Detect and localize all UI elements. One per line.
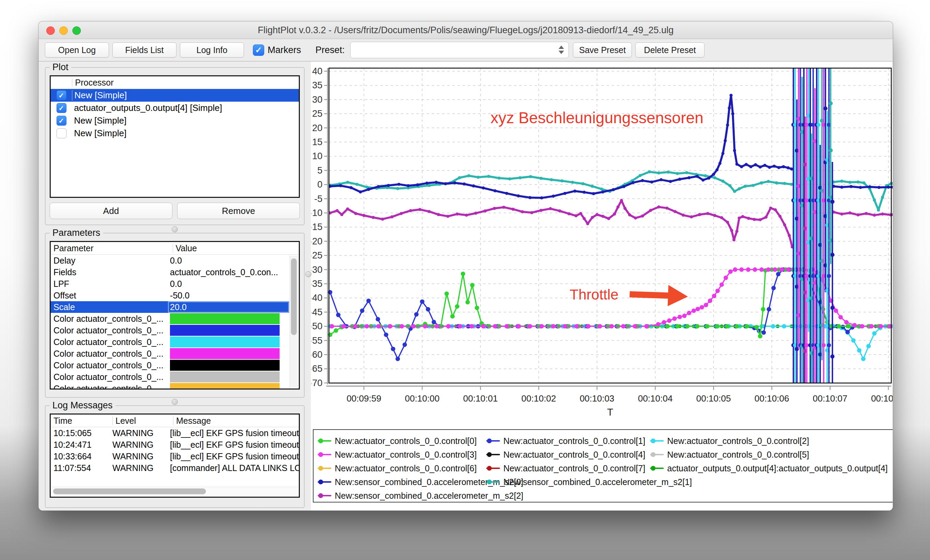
- vertical-splitter[interactable]: [306, 61, 311, 511]
- parameter-value[interactable]: -50.0: [168, 290, 289, 301]
- y-tick-label: -30: [311, 265, 322, 275]
- data-point: [591, 216, 594, 219]
- legend-marker-icon: [318, 468, 331, 469]
- preset-combobox[interactable]: [350, 42, 569, 58]
- data-point: [713, 176, 716, 180]
- color-swatch[interactable]: [170, 325, 280, 336]
- level-column-header[interactable]: Level: [112, 416, 173, 425]
- message-column-header[interactable]: Message: [173, 416, 299, 425]
- color-swatch[interactable]: [170, 313, 280, 324]
- parameter-row[interactable]: Fieldsactuator_controls_0_0.con...: [51, 266, 289, 278]
- data-point: [530, 211, 533, 214]
- parameter-value[interactable]: [168, 371, 289, 383]
- parameters-table[interactable]: Parameter Value Delay0.0Fieldsactuator_c…: [50, 241, 300, 390]
- data-point: [586, 324, 590, 328]
- data-point: [644, 324, 649, 328]
- legend-label: New:actuator_controls_0_0.control[3]: [335, 450, 477, 460]
- parameter-row[interactable]: Color actuator_controls_0_...: [51, 336, 289, 348]
- data-point: [400, 324, 404, 328]
- data-point: [724, 276, 728, 280]
- parameters-scrollbar-thumb[interactable]: [291, 258, 297, 335]
- splitter-handle-icon[interactable]: [305, 271, 311, 277]
- parameter-value[interactable]: [168, 348, 289, 359]
- processor-column-header[interactable]: Processor: [72, 78, 299, 87]
- color-swatch[interactable]: [170, 360, 280, 371]
- parameter-value[interactable]: 0.0: [168, 278, 289, 290]
- splitter-handle-icon[interactable]: [172, 226, 178, 232]
- log-horizontal-scrollbar[interactable]: [51, 487, 298, 496]
- parameter-column-header[interactable]: Parameter: [51, 244, 173, 253]
- open-log-button[interactable]: Open Log: [45, 43, 109, 57]
- processor-table[interactable]: Processor ✓New [Simple]✓actuator_outputs…: [50, 75, 300, 198]
- minimize-window-button[interactable]: [59, 26, 68, 35]
- data-point: [359, 190, 362, 193]
- row-checkbox-checked[interactable]: ✓: [57, 103, 66, 113]
- parameter-name: Delay: [51, 256, 168, 265]
- parameter-value[interactable]: [168, 359, 289, 371]
- processor-row[interactable]: ✓actuator_outputs_0.output[4] [Simple]: [51, 102, 299, 114]
- row-checkbox-checked[interactable]: ✓: [57, 91, 66, 100]
- log-message-row[interactable]: 10:15:065WARNING[lib__ecl] EKF GPS fusio…: [51, 427, 299, 439]
- data-point: [487, 175, 490, 178]
- chart-legend: New:actuator_controls_0_0.control[0]New:…: [313, 429, 893, 503]
- parameter-row[interactable]: Color actuator_controls_0_...: [51, 348, 289, 359]
- time-column-header[interactable]: Time: [51, 416, 112, 425]
- processor-row-label: New [Simple]: [72, 90, 127, 101]
- parameter-value[interactable]: [168, 325, 289, 336]
- data-point: [390, 215, 393, 218]
- title-bar[interactable]: FlightPlot v.0.3.2 - /Users/fritz/Docume…: [39, 21, 893, 39]
- close-window-button[interactable]: [46, 26, 55, 35]
- color-swatch[interactable]: [170, 336, 280, 347]
- parameter-row[interactable]: Delay0.0: [51, 255, 289, 266]
- parameter-value[interactable]: [168, 383, 289, 390]
- log-message-row[interactable]: 11:07:554WARNING[commander] ALL DATA LIN…: [51, 462, 299, 474]
- row-checkbox-checked[interactable]: ✓: [57, 116, 66, 126]
- parameter-row[interactable]: LPF0.0: [51, 278, 289, 290]
- log-info-button[interactable]: Log Info: [180, 43, 244, 57]
- processor-row[interactable]: ✓New [Simple]: [51, 89, 299, 102]
- processor-row[interactable]: New [Simple]: [51, 127, 299, 140]
- preset-stepper-icon[interactable]: [557, 44, 566, 55]
- parameter-row[interactable]: Color actuator_controls_0_...: [51, 313, 289, 325]
- parameter-value[interactable]: 20.0: [168, 301, 289, 313]
- legend-marker-icon: [650, 440, 664, 442]
- log-message-row[interactable]: 10:24:471WARNING[lib__ecl] EKF GPS fusio…: [51, 439, 299, 451]
- remove-button[interactable]: Remove: [177, 203, 300, 219]
- color-swatch[interactable]: [170, 383, 280, 390]
- flight-chart[interactable]: 4035302520151050-5-10-15-20-25-30-35-40-…: [311, 66, 893, 426]
- preset-input[interactable]: [355, 45, 564, 55]
- data-point: [848, 181, 851, 184]
- fields-list-button[interactable]: Fields List: [112, 43, 177, 57]
- parameter-value[interactable]: 0.0: [168, 255, 289, 266]
- row-checkbox-unchecked[interactable]: [57, 128, 66, 138]
- data-point: [456, 213, 459, 216]
- markers-checkbox[interactable]: ✓: [253, 44, 264, 56]
- color-swatch[interactable]: [170, 348, 280, 359]
- value-column-header[interactable]: Value: [173, 244, 299, 253]
- parameters-scrollbar[interactable]: [289, 256, 298, 388]
- parameter-row[interactable]: Color actuator_controls_0_...: [51, 325, 289, 336]
- parameter-row[interactable]: Scale20.0: [51, 301, 289, 313]
- save-preset-button[interactable]: Save Preset: [573, 43, 632, 57]
- zoom-window-button[interactable]: [72, 26, 81, 35]
- log-scrollbar-thumb[interactable]: [53, 488, 206, 494]
- parameter-row[interactable]: Color actuator_controls_0_...: [51, 383, 289, 390]
- add-button[interactable]: Add: [50, 203, 172, 219]
- splitter-handle-icon[interactable]: [172, 399, 178, 405]
- log-message-row[interactable]: 10:33:664WARNING[lib__ecl] EKF GPS fusio…: [51, 451, 299, 462]
- y-tick-label: -50: [311, 321, 322, 331]
- parameter-value[interactable]: [168, 313, 289, 325]
- data-point: [504, 324, 509, 328]
- parameter-value[interactable]: actuator_controls_0_0.con...: [168, 266, 289, 278]
- legend-entry: New:sensor_combined_0.accelerometer_m_s2…: [486, 477, 650, 487]
- data-point: [416, 184, 419, 187]
- delete-preset-button[interactable]: Delete Preset: [635, 43, 705, 57]
- parameter-row[interactable]: Color actuator_controls_0_...: [51, 359, 289, 371]
- data-point: [483, 210, 487, 213]
- parameter-row[interactable]: Offset-50.0: [51, 290, 289, 301]
- parameter-value[interactable]: [168, 336, 289, 348]
- processor-row[interactable]: ✓New [Simple]: [51, 114, 299, 127]
- parameter-row[interactable]: Color actuator_controls_0_...: [51, 371, 289, 383]
- color-swatch[interactable]: [170, 371, 280, 382]
- log-messages-table[interactable]: Time Level Message 10:15:065WARNING[lib_…: [50, 414, 300, 498]
